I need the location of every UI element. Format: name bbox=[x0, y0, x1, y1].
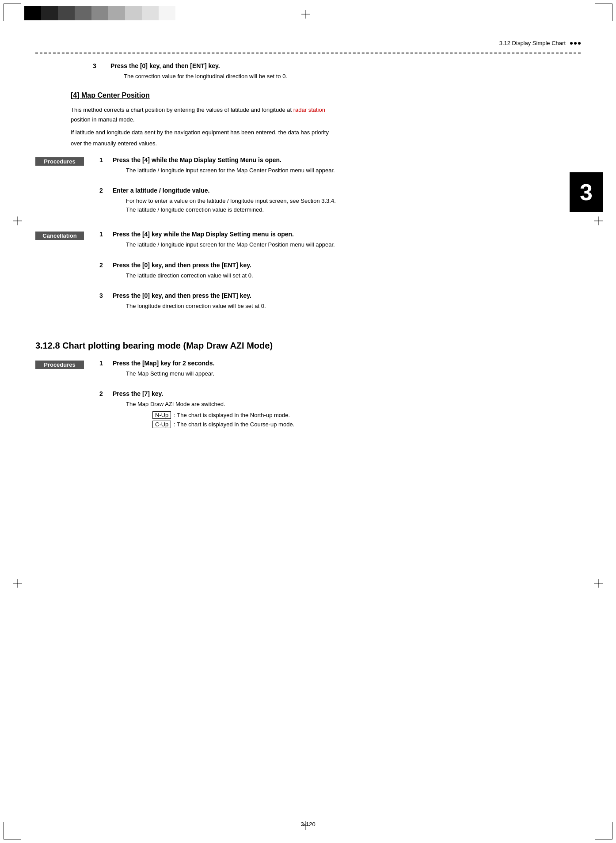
header-block-3 bbox=[75, 6, 91, 20]
proc2-step1-body: Press the [Map] key for 2 seconds. The M… bbox=[113, 360, 581, 384]
chapter-number: 3 bbox=[580, 179, 593, 205]
page-header-right: 3.12 Display Simple Chart bbox=[499, 40, 581, 46]
proc1-step2-body: Enter a latitude / longitude value. For … bbox=[113, 187, 581, 220]
step3-row: 3 Press the [0] key, and then [ENT] key.… bbox=[35, 62, 581, 81]
nup-row: N-Up : The chart is displayed in the Nor… bbox=[152, 411, 581, 419]
proc2-step2-num: 2 bbox=[99, 390, 113, 428]
dot-2 bbox=[574, 42, 577, 45]
cancel-step3-desc: The longitude direction correction value… bbox=[126, 302, 581, 311]
section4-desc2: position in manual mode. bbox=[71, 115, 581, 125]
step3-num: 3 bbox=[35, 62, 110, 81]
proc1-step1-title: Press the [4] while the Map Display Sett… bbox=[113, 156, 581, 163]
cancel-step3: 3 Press the [0] key, and then press the … bbox=[99, 292, 581, 317]
cancel-step2: 2 Press the [0] key, and then press the … bbox=[99, 262, 581, 286]
proc1-step1-num: 1 bbox=[99, 156, 113, 181]
step3-body: Press the [0] key, and then [ENT] key. T… bbox=[110, 62, 581, 81]
header-block-1 bbox=[41, 6, 58, 20]
section4-desc4: over the manually entered values. bbox=[71, 139, 581, 148]
procedures2-badge-wrap: Procedures bbox=[35, 360, 99, 369]
cup-desc: : The chart is displayed in the Course-u… bbox=[174, 421, 294, 428]
header-bar bbox=[24, 6, 175, 20]
page-header: 3.12 Display Simple Chart bbox=[35, 40, 581, 50]
header-block-4 bbox=[91, 6, 108, 20]
nup-desc: : The chart is displayed in the North-up… bbox=[174, 412, 290, 418]
procedures1-badge-wrap: Procedures bbox=[35, 156, 99, 166]
section4-heading: [4] Map Center Position bbox=[71, 91, 581, 99]
step3-title: Press the [0] key, and then [ENT] key. bbox=[110, 62, 581, 69]
header-block-0 bbox=[24, 6, 41, 20]
cancel-step2-body: Press the [0] key, and then press the [E… bbox=[113, 262, 581, 286]
radar-station-link: radar station bbox=[293, 106, 325, 113]
crosshair-right bbox=[594, 216, 603, 225]
section4-desc1: This method corrects a chart position by… bbox=[71, 106, 581, 115]
proc2-step1-desc: The Map Setting menu will appear. bbox=[126, 369, 581, 378]
cancellation-steps: 1 Press the [4] key while the Map Displa… bbox=[99, 231, 581, 323]
cancel-step3-num: 3 bbox=[99, 292, 113, 317]
dashed-separator bbox=[35, 53, 581, 53]
cancel-step2-title: Press the [0] key, and then press the [E… bbox=[113, 262, 581, 269]
cancel-step1: 1 Press the [4] key while the Map Displa… bbox=[99, 231, 581, 255]
proc2-step2-content: The Map Draw AZI Mode are switched. N-Up… bbox=[126, 400, 581, 428]
cup-label: C-Up bbox=[152, 421, 171, 428]
proc2-step2-body: Press the [7] key. The Map Draw AZI Mode… bbox=[113, 390, 581, 428]
cancel-step3-title: Press the [0] key, and then press the [E… bbox=[113, 292, 581, 299]
cancel-step1-body: Press the [4] key while the Map Display … bbox=[113, 231, 581, 255]
corner-mark-bl bbox=[4, 822, 21, 839]
header-block-2 bbox=[58, 6, 75, 20]
page-container: 3 3.12 Display Simple Chart 3 Press the … bbox=[0, 0, 616, 843]
proc1-step1: 1 Press the [4] while the Map Display Se… bbox=[99, 156, 581, 181]
corner-mark-br bbox=[595, 822, 612, 839]
cancellation-badge: Cancellation bbox=[35, 232, 84, 240]
procedures2-steps: 1 Press the [Map] key for 2 seconds. The… bbox=[99, 360, 581, 434]
cancel-step3-body: Press the [0] key, and then press the [E… bbox=[113, 292, 581, 317]
proc2-step2-desc-intro: The Map Draw AZI Mode are switched. bbox=[126, 400, 581, 409]
cancel-step1-num: 1 bbox=[99, 231, 113, 255]
proc2-step2-title: Press the [7] key. bbox=[113, 390, 581, 397]
header-block-8 bbox=[159, 6, 175, 20]
section4-block: [4] Map Center Position This method corr… bbox=[35, 91, 581, 148]
proc2-step1-num: 1 bbox=[99, 360, 113, 384]
section-3-12-8-heading: 3.12.8 Chart plotting bearing mode (Map … bbox=[35, 341, 581, 351]
cancel-step1-desc: The latitude / longitude input screen fo… bbox=[126, 240, 581, 249]
corner-mark-tl bbox=[4, 4, 21, 21]
proc1-step2-desc1: For how to enter a value on the latitude… bbox=[126, 197, 581, 205]
cancel-step2-desc: The latitude direction correction value … bbox=[126, 271, 581, 280]
header-dots bbox=[570, 42, 581, 45]
section-3-12-8-block: 3.12.8 Chart plotting bearing mode (Map … bbox=[35, 341, 581, 351]
procedures1-section: Procedures 1 Press the [4] while the Map… bbox=[35, 156, 581, 227]
procedures1-badge: Procedures bbox=[35, 157, 84, 166]
proc1-step2-num: 2 bbox=[99, 187, 113, 220]
proc2-step1-title: Press the [Map] key for 2 seconds. bbox=[113, 360, 581, 367]
crosshair-left bbox=[13, 216, 22, 225]
crosshair-right2 bbox=[594, 579, 603, 588]
header-block-7 bbox=[142, 6, 159, 20]
step3-desc: The correction value for the longitudina… bbox=[124, 72, 581, 81]
cup-row: C-Up : The chart is displayed in the Cou… bbox=[152, 421, 581, 428]
cancellation-badge-wrap: Cancellation bbox=[35, 231, 99, 240]
procedures2-badge: Procedures bbox=[35, 361, 84, 369]
header-block-6 bbox=[125, 6, 142, 20]
proc2-step1: 1 Press the [Map] key for 2 seconds. The… bbox=[99, 360, 581, 384]
crosshair-left2 bbox=[13, 579, 22, 588]
proc1-step1-body: Press the [4] while the Map Display Sett… bbox=[113, 156, 581, 181]
cancellation-section: Cancellation 1 Press the [4] key while t… bbox=[35, 231, 581, 323]
proc2-step2: 2 Press the [7] key. The Map Draw AZI Mo… bbox=[99, 390, 581, 428]
content-area: 3.12 Display Simple Chart 3 Press the [0… bbox=[35, 40, 581, 436]
step3-block: 3 Press the [0] key, and then [ENT] key.… bbox=[35, 62, 581, 81]
nup-label: N-Up bbox=[152, 411, 171, 419]
crosshair-top bbox=[301, 10, 310, 19]
proc1-step2-desc2: The latitude / longitude correction valu… bbox=[126, 205, 581, 214]
procedures1-steps: 1 Press the [4] while the Map Display Se… bbox=[99, 156, 581, 227]
corner-mark-tr bbox=[595, 4, 612, 21]
page-number: 3-120 bbox=[300, 821, 315, 828]
cancel-step2-num: 2 bbox=[99, 262, 113, 286]
section4-desc3: If latitude and longitude data sent by t… bbox=[71, 128, 581, 137]
dot-3 bbox=[578, 42, 581, 45]
header-section-text: 3.12 Display Simple Chart bbox=[499, 40, 566, 46]
dot-1 bbox=[570, 42, 573, 45]
proc1-step1-desc: The latitude / longitude input screen fo… bbox=[126, 166, 581, 175]
procedures2-section: Procedures 1 Press the [Map] key for 2 s… bbox=[35, 360, 581, 434]
header-block-5 bbox=[108, 6, 125, 20]
cancel-step1-title: Press the [4] key while the Map Display … bbox=[113, 231, 581, 238]
proc1-step2: 2 Enter a latitude / longitude value. Fo… bbox=[99, 187, 581, 220]
